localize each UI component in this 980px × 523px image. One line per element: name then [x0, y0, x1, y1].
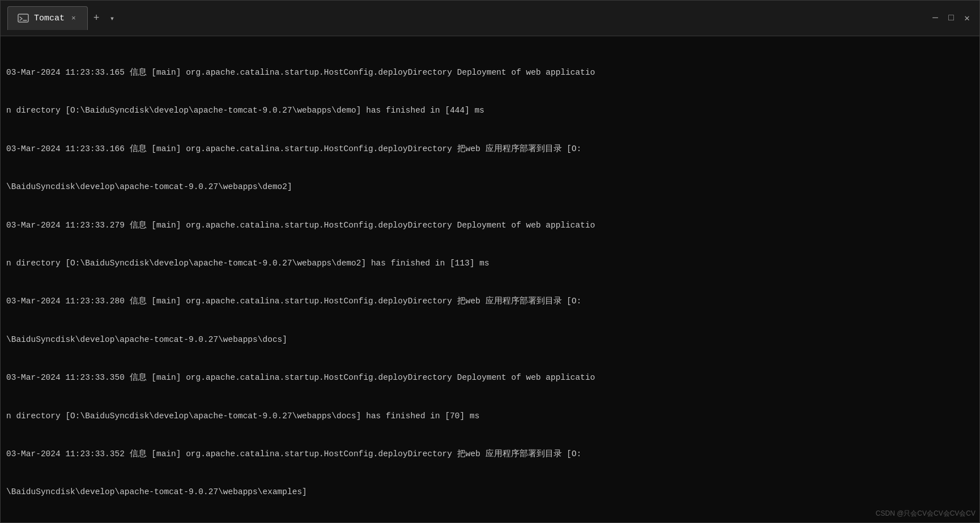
- tab-title: Tomcat: [34, 14, 65, 23]
- log-line: \BaiduSyncdisk\develop\apache-tomcat-9.0…: [6, 181, 974, 193]
- log-line: n directory [O:\BaiduSyncdisk\develop\ap…: [6, 257, 974, 269]
- terminal-window: Tomcat × + ▾ ─ □ ✕ 03-Mar-2024 11:23:33.…: [0, 0, 980, 523]
- log-line: \BaiduSyncdisk\develop\apache-tomcat-9.0…: [6, 333, 974, 346]
- log-line: 03-Mar-2024 11:23:33.350 信息 [main] org.a…: [6, 371, 974, 384]
- terminal-icon: [17, 12, 29, 25]
- log-line: 03-Mar-2024 11:23:33.279 信息 [main] org.a…: [6, 219, 974, 232]
- log-line: \BaiduSyncdisk\develop\apache-tomcat-9.0…: [6, 486, 974, 498]
- title-bar: Tomcat × + ▾ ─ □ ✕: [1, 1, 979, 36]
- log-line: 03-Mar-2024 11:23:33.280 信息 [main] org.a…: [6, 295, 974, 307]
- log-line: n directory [O:\BaiduSyncdisk\develop\ap…: [6, 410, 974, 422]
- tab-close-button[interactable]: ×: [69, 13, 78, 24]
- tab-dropdown-button[interactable]: ▾: [105, 11, 119, 25]
- log-line: n directory [O:\BaiduSyncdisk\develop\ap…: [6, 104, 974, 117]
- tab-area: Tomcat × + ▾: [7, 6, 119, 30]
- title-bar-left: Tomcat × + ▾: [7, 6, 119, 30]
- maximize-button[interactable]: □: [945, 12, 957, 24]
- window-controls: ─ □ ✕: [930, 12, 973, 24]
- svg-rect-0: [18, 14, 28, 22]
- log-line: 03-Mar-2024 11:23:33.165 信息 [main] org.a…: [6, 66, 974, 79]
- close-window-button[interactable]: ✕: [961, 12, 973, 24]
- log-line: 03-Mar-2024 11:23:33.166 信息 [main] org.a…: [6, 143, 974, 155]
- terminal-output: 03-Mar-2024 11:23:33.165 信息 [main] org.a…: [1, 36, 979, 522]
- new-tab-button[interactable]: +: [88, 10, 105, 26]
- tab-tomcat[interactable]: Tomcat ×: [7, 6, 88, 30]
- log-line: 03-Mar-2024 11:23:33.352 信息 [main] org.a…: [6, 448, 974, 460]
- minimize-button[interactable]: ─: [930, 12, 941, 24]
